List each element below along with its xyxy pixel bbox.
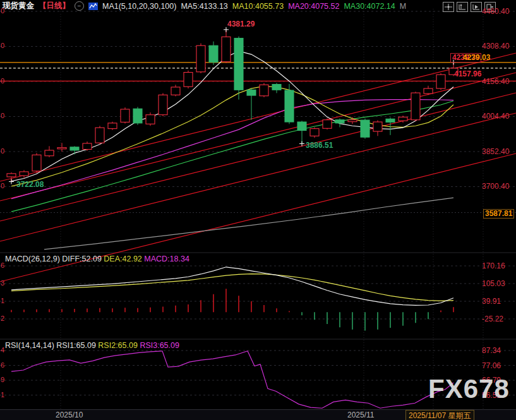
axis-zoom-icon[interactable] [457, 2, 468, 12]
candle-body [234, 39, 243, 90]
candle-body [45, 150, 54, 156]
candle-body [449, 68, 458, 75]
ma-line-ma30 [11, 101, 453, 212]
candle-body [310, 129, 319, 136]
candle-body [171, 87, 180, 95]
pan-icon[interactable] [443, 2, 454, 12]
trading-chart-app: 现货黄金 【日线】 − MA1(5,10,20,30,100) MA5:4133… [0, 0, 516, 420]
candle-body [209, 45, 218, 62]
candle-body [159, 95, 167, 114]
collapse-pane-icon[interactable]: − [75, 1, 84, 11]
candle-body [272, 85, 281, 90]
candle-body [285, 90, 294, 122]
candle-body [70, 147, 79, 150]
candle-body [297, 122, 306, 131]
chart-canvas[interactable] [0, 0, 516, 420]
candle-body [411, 93, 420, 120]
trendline [0, 93, 516, 221]
candle-body [32, 155, 41, 171]
candle-body [386, 119, 395, 122]
macd-dif-line [11, 267, 453, 306]
candle-body [146, 115, 155, 124]
candle-body [83, 143, 92, 149]
candle-body [133, 109, 142, 123]
shift-chart-icon[interactable] [484, 2, 496, 12]
candle-body [196, 45, 205, 72]
trendline [0, 73, 516, 201]
trendline [0, 153, 516, 282]
candle-body [399, 117, 407, 121]
candle-body [57, 148, 66, 149]
auto-scroll-icon[interactable] [471, 2, 482, 12]
trendline [0, 113, 516, 241]
candle-body [323, 120, 332, 129]
candle-body [20, 172, 28, 176]
candle-body [222, 37, 231, 61]
candle-body [121, 109, 129, 122]
ma-line-ma10 [11, 86, 453, 186]
candle-body [348, 120, 357, 122]
candle-body [436, 75, 445, 88]
candle-body [108, 123, 117, 129]
candle-body [361, 120, 369, 137]
candle-body [184, 73, 193, 87]
chart-type-icon[interactable] [88, 3, 98, 10]
candle-body [7, 174, 16, 177]
candle-body [95, 128, 104, 143]
rsi-line [11, 351, 453, 408]
candle-body [373, 122, 382, 131]
macd-dea-line [11, 274, 453, 301]
ma-line-ma100 [44, 198, 453, 249]
candle-body [424, 88, 433, 93]
candle-body [247, 90, 256, 95]
candle-body [335, 120, 344, 123]
candle-body [260, 85, 268, 96]
